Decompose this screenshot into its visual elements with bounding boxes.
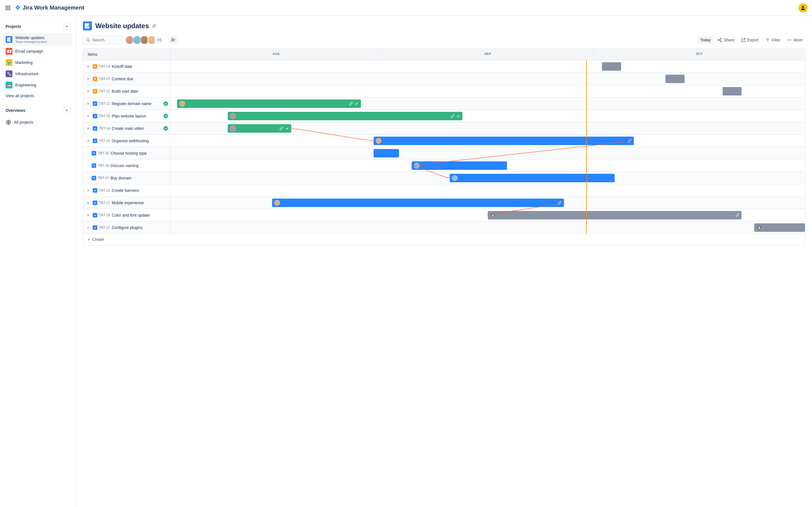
timeline-bar[interactable] (228, 112, 463, 120)
all-projects-item[interactable]: All projects (3, 117, 72, 127)
svg-point-27 (790, 40, 791, 41)
avatar-stack[interactable]: +3 (125, 36, 163, 45)
chevron-down-icon[interactable] (86, 139, 91, 143)
filter-button[interactable]: Filter (763, 36, 783, 44)
row-chart[interactable] (170, 60, 805, 72)
assignee-avatar (179, 101, 185, 107)
timeline-bar[interactable] (228, 124, 291, 133)
row-chart[interactable] (170, 209, 805, 221)
chevron-right-icon[interactable] (86, 90, 91, 93)
chevron-right-icon[interactable] (86, 226, 91, 229)
row-label[interactable]: TBT-17 Mobile experience (83, 196, 170, 209)
timeline-row: TBT-12 Register domain name (83, 98, 805, 110)
timeline-bar[interactable] (412, 161, 507, 170)
timeline-bar[interactable] (602, 62, 621, 71)
timeline-bar[interactable] (754, 223, 805, 232)
paint-icon[interactable] (152, 23, 157, 29)
app-switcher-icon[interactable] (4, 4, 11, 11)
row-label[interactable]: TBT-35 Plan website layout (83, 110, 170, 122)
project-text: Infrastructure (15, 71, 38, 76)
more-button[interactable]: More (784, 36, 805, 44)
check-icon (355, 102, 359, 106)
chevron-right-icon[interactable] (86, 201, 91, 205)
row-label[interactable]: TBT-29 Color and font update (83, 209, 170, 221)
timeline-bar[interactable] (488, 211, 742, 219)
sidebar-project-item[interactable]: 💳 Engineering (3, 79, 72, 91)
row-label[interactable]: TBT-14 Kickoff date (83, 60, 170, 72)
row-label[interactable]: TBT-27 Configure plugins (83, 221, 170, 233)
toolbar-left: +3 (83, 36, 177, 45)
sidebar-project-item[interactable]: 🏪 Marketing (3, 57, 72, 68)
row-chart[interactable] (170, 135, 805, 147)
timeline-bar[interactable] (450, 174, 615, 182)
issue-type-icon (93, 114, 97, 118)
row-chart[interactable] (170, 172, 805, 184)
timeline-bar[interactable] (665, 75, 684, 83)
chevron-right-icon[interactable] (86, 77, 91, 80)
timeline-bar[interactable] (177, 100, 361, 108)
timeline-bar[interactable] (272, 199, 564, 207)
link-icon (627, 139, 631, 143)
row-label[interactable]: TBT-27 Content due (83, 73, 170, 85)
timeline-row: TBT-14 Create main video (83, 122, 805, 135)
row-label[interactable]: TBT-12 Register domain name (83, 98, 170, 110)
timeline-bar[interactable] (373, 136, 634, 145)
row-label[interactable]: TBT-37 Buy domain (83, 172, 170, 184)
create-row[interactable]: + Create (83, 234, 805, 245)
row-label[interactable]: TBT-35 Choose hosting type (83, 147, 170, 159)
sidebar-project-item[interactable]: 📝 Website updates Team-managed project (3, 33, 72, 46)
row-chart[interactable] (170, 221, 805, 233)
chevron-right-icon[interactable] (86, 102, 91, 105)
search-input[interactable] (92, 38, 119, 42)
project-icon: 📝 (83, 21, 92, 31)
sidebar-project-item[interactable]: 📏 Infrastructure (3, 68, 72, 79)
sidebar-project-item[interactable]: 📧 Email campaign (3, 46, 72, 57)
avatar-overflow[interactable]: +3 (154, 36, 163, 45)
add-people-button[interactable] (168, 36, 177, 45)
row-chart[interactable] (170, 85, 805, 97)
view-all-projects-link[interactable]: View all projects (3, 91, 72, 101)
issue-key: TBT-12 (99, 102, 110, 106)
row-chart[interactable] (170, 184, 805, 196)
issue-title: Choose hosting type (110, 151, 147, 156)
row-chart[interactable] (170, 73, 805, 85)
timeline-row: TBT-17 Mobile experience (83, 196, 805, 209)
svg-line-21 (743, 38, 745, 40)
toolbar-right: Today Share Export Filter More (698, 36, 805, 44)
svg-rect-4 (7, 7, 8, 8)
project-item-icon: 💳 (6, 82, 12, 89)
export-button[interactable]: Export (739, 36, 762, 44)
share-button[interactable]: Share (715, 36, 737, 44)
chevron-right-icon[interactable] (86, 189, 91, 192)
row-label[interactable]: TBT-33 Organize webhosting (83, 135, 170, 147)
row-label[interactable]: TBT-14 Create main video (83, 122, 170, 134)
project-name: Marketing (15, 60, 33, 65)
timeline-bar[interactable] (723, 87, 742, 96)
row-chart[interactable] (170, 122, 805, 134)
chevron-right-icon[interactable] (86, 127, 91, 130)
projects-header: Projects + (3, 21, 72, 32)
row-chart[interactable] (170, 110, 805, 122)
row-chart[interactable] (170, 159, 805, 172)
chevron-right-icon[interactable] (86, 114, 91, 118)
link-icon (280, 126, 283, 130)
add-overview-button[interactable]: + (63, 107, 70, 114)
row-chart[interactable] (170, 98, 805, 110)
svg-line-19 (719, 39, 721, 40)
row-label[interactable]: TBT-32 Build start date (83, 85, 170, 97)
user-avatar[interactable] (799, 3, 808, 12)
timeline-bar[interactable] (373, 149, 399, 158)
chevron-right-icon[interactable] (86, 214, 91, 217)
issue-title: Create banners (112, 188, 139, 193)
add-project-button[interactable]: + (63, 23, 70, 30)
search-box[interactable] (83, 36, 122, 44)
page-title: Website updates (95, 22, 149, 30)
today-button[interactable]: Today (698, 36, 714, 44)
row-label[interactable]: TBT-22 Create banners (83, 184, 170, 196)
chevron-right-icon[interactable] (86, 65, 91, 68)
row-label[interactable]: TBT-36 Discuss naming (83, 159, 170, 172)
issue-type-icon (93, 138, 97, 143)
product-logo[interactable]: Jira Work Management (15, 4, 84, 11)
row-chart[interactable] (170, 147, 805, 159)
row-chart[interactable] (170, 196, 805, 209)
